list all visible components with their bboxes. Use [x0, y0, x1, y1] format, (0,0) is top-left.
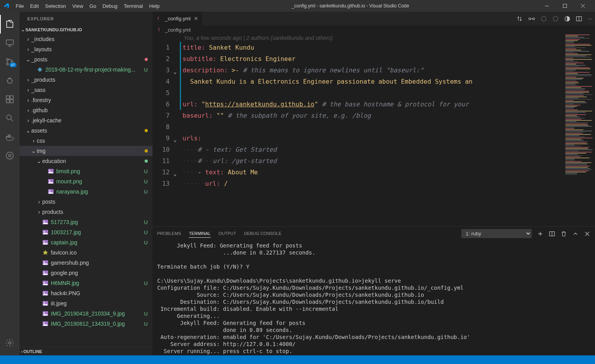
- chevron-down-icon: ⌄: [25, 127, 31, 134]
- code-content[interactable]: title: Sanket Kundusubtitle: Electronics…: [180, 34, 564, 226]
- folder-posts[interactable]: ›posts: [20, 197, 152, 207]
- tab-config-yml[interactable]: ! _config.yml ✕: [152, 12, 203, 25]
- panel-tab-debug-console[interactable]: DEBUG CONSOLE: [244, 230, 281, 238]
- git-status-badge: U: [144, 169, 148, 174]
- menu-help[interactable]: Help: [146, 0, 163, 12]
- git-status-badge: U: [144, 230, 148, 235]
- chevron-right-icon: ›: [25, 97, 31, 103]
- img-file-icon: [42, 300, 48, 307]
- menu-terminal[interactable]: Terminal: [120, 0, 146, 12]
- editor-body[interactable]: You, a few seconds ago | 2 authors (sank…: [152, 34, 595, 226]
- terminal-output[interactable]: Jekyll Feed: Generating feed for posts .…: [152, 240, 595, 355]
- file-517273-jpg[interactable]: 517273.jpgU: [20, 217, 152, 227]
- file-h6mnr-jpg[interactable]: H6MNR.jpgU: [20, 278, 152, 288]
- yaml-file-icon: !: [157, 27, 163, 33]
- tree-item-label: _layouts: [31, 46, 148, 52]
- folder--products[interactable]: ›_products: [20, 75, 152, 85]
- next-change-icon[interactable]: [552, 16, 559, 22]
- folder-img[interactable]: ⌄img: [20, 146, 152, 156]
- folder--layouts[interactable]: ›_layouts: [20, 44, 152, 54]
- svg-rect-0: [545, 6, 549, 6]
- maximize-button[interactable]: [556, 0, 574, 12]
- menu-debug[interactable]: Debug: [99, 0, 120, 12]
- file-hack4r-png[interactable]: hack4r.PNG: [20, 288, 152, 298]
- split-editor-icon[interactable]: [576, 16, 582, 22]
- file-img-20190812-134319-0-jpg[interactable]: IMG_20190812_134319_0.jpgU: [20, 319, 152, 329]
- svg-text:!: !: [157, 16, 160, 22]
- fold-icon[interactable]: ⌄: [174, 168, 177, 179]
- kill-terminal-icon[interactable]: [561, 231, 567, 237]
- close-panel-icon[interactable]: [584, 231, 590, 237]
- close-icon[interactable]: ✕: [194, 16, 198, 22]
- open-changes-icon[interactable]: [528, 16, 535, 22]
- folder-assets[interactable]: ⌄assets: [20, 126, 152, 136]
- folder-products[interactable]: ›products: [20, 207, 152, 217]
- file-iit-jpeg[interactable]: iit.jpeg: [20, 298, 152, 308]
- minimap[interactable]: [564, 34, 595, 226]
- tree-item-label: _sass: [31, 87, 148, 93]
- chevron-right-icon: ›: [36, 199, 42, 205]
- fold-icon[interactable]: ⌄: [174, 66, 177, 77]
- file-narayana-jpg[interactable]: narayana.jpgU: [20, 186, 152, 197]
- vscode-logo-icon: [3, 3, 9, 9]
- folder--sass[interactable]: ›_sass: [20, 85, 152, 95]
- tree-item-label: .jekyll-cache: [31, 117, 148, 124]
- sidebar-outline-header[interactable]: › OUTLINE: [20, 347, 152, 355]
- toggle-icon[interactable]: [564, 16, 570, 22]
- sidebar-project-header[interactable]: ⌄ SANKETKUNDU.GITHUB.IO: [20, 25, 152, 34]
- folder--posts[interactable]: ⌄_posts: [20, 54, 152, 65]
- file-favicon-ico[interactable]: favicon.ico: [20, 247, 152, 258]
- activity-scm[interactable]: 27: [0, 52, 20, 71]
- activity-debug[interactable]: [0, 71, 20, 90]
- folder-css[interactable]: ›css: [20, 136, 152, 146]
- svg-point-31: [44, 241, 45, 242]
- folder--jekyll-cache[interactable]: ›.jekyll-cache: [20, 115, 152, 126]
- folder-education[interactable]: ⌄education: [20, 156, 152, 166]
- activity-search[interactable]: [0, 109, 20, 127]
- folder--forestry[interactable]: ›.forestry: [20, 95, 152, 105]
- menu-view[interactable]: View: [69, 0, 86, 12]
- new-terminal-icon[interactable]: [537, 231, 543, 237]
- file-img-20190418-210334-9-jpg[interactable]: IMG_20190418_210334_9.jpgU: [20, 308, 152, 319]
- file-mount-png[interactable]: mount.pngU: [20, 176, 152, 186]
- panel-tab-terminal[interactable]: TERMINAL: [189, 230, 211, 238]
- img-file-icon: [42, 280, 48, 286]
- activity-explorer[interactable]: [0, 15, 20, 34]
- file-1003217-jpg[interactable]: 1003217.jpgU: [20, 227, 152, 237]
- folder--github[interactable]: ›.github: [20, 105, 152, 115]
- activity-extensions[interactable]: [0, 90, 20, 109]
- activity-remote[interactable]: [0, 34, 20, 52]
- tree-item-label: bmsit.png: [56, 168, 143, 174]
- chevron-right-icon: ›: [25, 87, 31, 93]
- close-button[interactable]: [574, 0, 592, 12]
- file-google-png[interactable]: google.png: [20, 268, 152, 278]
- file-captain-jpg[interactable]: captain.jpgU: [20, 237, 152, 247]
- file-2019-08-12-my-first-project-making---[interactable]: 2019-08-12-my-first-project-making...U: [20, 65, 152, 75]
- file-bmsit-png[interactable]: bmsit.pngU: [20, 166, 152, 176]
- maximize-panel-icon[interactable]: [572, 231, 579, 237]
- terminal-selector[interactable]: 1: ruby: [461, 229, 532, 238]
- chevron-down-icon: ⌄: [36, 158, 42, 164]
- file-gamershub-png[interactable]: gamershub.png: [20, 258, 152, 268]
- activity-docker[interactable]: [0, 127, 20, 146]
- more-icon[interactable]: ···: [588, 16, 592, 22]
- menu-selection[interactable]: Selection: [42, 0, 69, 12]
- panel-tab-problems[interactable]: PROBLEMS: [157, 230, 181, 238]
- git-status-badge: U: [144, 240, 148, 246]
- menu-file[interactable]: File: [13, 0, 27, 12]
- compare-changes-icon[interactable]: [516, 16, 523, 22]
- minimize-button[interactable]: [538, 0, 556, 12]
- menu-edit[interactable]: Edit: [27, 0, 42, 12]
- prev-change-icon[interactable]: [541, 16, 547, 22]
- svg-point-49: [541, 16, 546, 21]
- fold-icon[interactable]: ⌄: [174, 134, 177, 145]
- panel-tab-output[interactable]: OUTPUT: [219, 230, 236, 238]
- tree-item-label: 1003217.jpg: [51, 229, 143, 235]
- breadcrumbs[interactable]: ! _config.yml: [152, 25, 595, 34]
- svg-point-27: [44, 221, 45, 222]
- split-terminal-icon[interactable]: [549, 231, 555, 237]
- activity-settings[interactable]: [0, 334, 20, 352]
- menu-go[interactable]: Go: [86, 0, 99, 12]
- activity-gitlens[interactable]: [0, 146, 20, 165]
- folder--includes[interactable]: ›_includes: [20, 34, 152, 44]
